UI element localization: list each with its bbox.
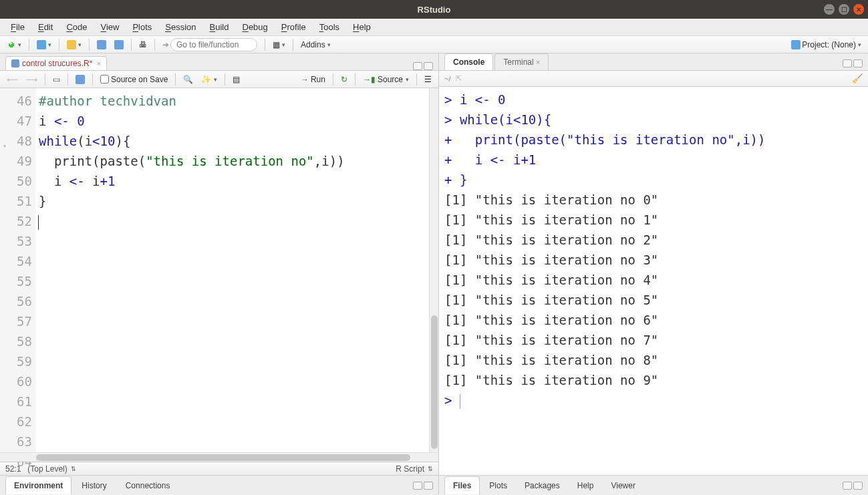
disk-icon bbox=[114, 40, 124, 49]
editor-status-bar: 52:1 (Top Level) ⇅ R Script ⇅ bbox=[0, 462, 438, 475]
grid-button[interactable]: ▦▾ bbox=[270, 39, 288, 51]
minimize-pane-button[interactable] bbox=[413, 62, 422, 70]
source-on-save[interactable]: Source on Save bbox=[98, 73, 170, 86]
outline-icon: ☰ bbox=[424, 75, 432, 84]
minimize-button[interactable]: — bbox=[824, 4, 835, 15]
source-on-save-checkbox[interactable] bbox=[100, 75, 109, 84]
vertical-scrollbar[interactable] bbox=[429, 88, 438, 452]
main-area: control strucures.R* × ⟵ ⟶ ▭ Source on S… bbox=[0, 53, 868, 495]
menu-code[interactable]: Code bbox=[61, 20, 92, 34]
tab-console[interactable]: Console bbox=[444, 53, 493, 70]
maximize-pane-button[interactable] bbox=[424, 482, 433, 490]
outline-button[interactable]: ☰ bbox=[422, 73, 434, 86]
maximize-button[interactable]: ☐ bbox=[839, 4, 849, 15]
menu-profile[interactable]: Profile bbox=[276, 20, 311, 34]
filetype-dropdown[interactable]: R Script ⇅ bbox=[396, 464, 433, 474]
r-file-icon bbox=[11, 59, 19, 67]
menu-edit[interactable]: Edit bbox=[33, 20, 58, 34]
run-button[interactable]: →Run bbox=[298, 73, 328, 86]
new-file-button[interactable]: ▾ bbox=[4, 39, 24, 51]
save-all-button[interactable] bbox=[112, 39, 126, 51]
r-project-icon bbox=[791, 40, 801, 49]
search-icon: 🔍 bbox=[183, 75, 193, 84]
window-controls: — ☐ ✕ bbox=[824, 4, 864, 15]
tab-files[interactable]: Files bbox=[444, 476, 480, 494]
menu-debug[interactable]: Debug bbox=[237, 20, 273, 34]
minimize-pane-button[interactable] bbox=[843, 59, 852, 67]
back-button[interactable]: ⟵ bbox=[4, 73, 21, 86]
tab-plots[interactable]: Plots bbox=[481, 477, 515, 494]
scrollbar-thumb[interactable] bbox=[431, 315, 438, 449]
chevron-updown-icon: ⇅ bbox=[71, 466, 76, 472]
maximize-pane-button[interactable] bbox=[424, 62, 433, 70]
console-body[interactable]: > i <- 0> while(i<10){+ print(paste("thi… bbox=[439, 87, 868, 475]
menu-view[interactable]: View bbox=[95, 20, 124, 34]
menu-build[interactable]: Build bbox=[204, 20, 235, 34]
popout-icon[interactable]: ⇱ bbox=[456, 74, 462, 83]
menu-help[interactable]: Help bbox=[347, 20, 376, 34]
arrow-icon: ➔ bbox=[162, 40, 169, 49]
scrollbar-thumb-h[interactable] bbox=[36, 454, 410, 461]
console-pane: Console Terminal × ~/ ⇱ 🧹 > i <- 0> whil… bbox=[439, 53, 868, 475]
tab-packages[interactable]: Packages bbox=[517, 477, 568, 494]
file-tab-label: control strucures.R* bbox=[22, 59, 92, 68]
maximize-pane-button[interactable] bbox=[853, 59, 863, 67]
tab-history[interactable]: History bbox=[73, 476, 115, 495]
rerun-icon: ↻ bbox=[341, 75, 347, 84]
open-file-button[interactable]: ▾ bbox=[64, 39, 84, 51]
grid-icon: ▦ bbox=[273, 40, 280, 49]
close-icon[interactable]: × bbox=[536, 58, 540, 66]
source-icon: →▮ bbox=[363, 75, 376, 84]
clear-console-icon[interactable]: 🧹 bbox=[852, 73, 863, 84]
menu-tools[interactable]: Tools bbox=[314, 20, 345, 34]
save-source-button[interactable] bbox=[73, 73, 88, 86]
chevron-updown-icon: ⇅ bbox=[428, 466, 433, 472]
file-tab[interactable]: control strucures.R* × bbox=[5, 56, 107, 70]
print-button[interactable]: 🖶 bbox=[136, 39, 150, 51]
close-tab-icon[interactable]: × bbox=[96, 59, 100, 67]
menu-file[interactable]: File bbox=[5, 20, 30, 34]
menu-session[interactable]: Session bbox=[160, 20, 201, 34]
close-button[interactable]: ✕ bbox=[853, 4, 864, 15]
forward-button[interactable]: ⟶ bbox=[23, 73, 40, 86]
working-dir-label[interactable]: ~/ bbox=[444, 75, 450, 83]
disk-icon bbox=[97, 40, 106, 49]
wand-button[interactable]: ✨▾ bbox=[198, 73, 220, 86]
window-icon: ▭ bbox=[53, 75, 60, 84]
minimize-pane-button[interactable] bbox=[413, 482, 422, 490]
tab-connections[interactable]: Connections bbox=[117, 476, 179, 495]
addins-menu[interactable]: Addins ▾ bbox=[298, 39, 333, 51]
tab-environment[interactable]: Environment bbox=[5, 476, 71, 494]
plus-icon bbox=[7, 40, 16, 49]
maximize-pane-button[interactable] bbox=[853, 482, 863, 490]
r-icon bbox=[37, 40, 46, 49]
scope-dropdown[interactable]: (Top Level) ⇅ bbox=[27, 464, 76, 474]
tab-help[interactable]: Help bbox=[569, 477, 602, 494]
right-bottom-tabs: FilesPlotsPackagesHelpViewer bbox=[439, 475, 868, 495]
show-in-new-window-button[interactable]: ▭ bbox=[50, 73, 63, 86]
horizontal-scrollbar[interactable] bbox=[0, 452, 438, 462]
code-area[interactable]: #author techvidvani <- 0while(i<10){ pri… bbox=[36, 88, 438, 452]
source-button[interactable]: →▮Source▾ bbox=[360, 73, 412, 86]
menu-bar: FileEditCodeViewPlotsSessionBuildDebugPr… bbox=[0, 19, 868, 36]
tab-terminal[interactable]: Terminal × bbox=[494, 53, 549, 70]
new-project-button[interactable]: ▾ bbox=[34, 39, 54, 51]
console-terminal-tabs: Console Terminal × bbox=[439, 53, 868, 71]
wand-icon: ✨ bbox=[201, 75, 211, 84]
save-button[interactable] bbox=[94, 39, 109, 51]
main-toolbar: ▾ ▾ ▾ 🖶 ➔ ▦▾ Addins ▾ Project: (None) ▾ bbox=[0, 36, 868, 53]
editor-toolbar: ⟵ ⟶ ▭ Source on Save 🔍 ✨▾ ▤ →Run ↻ →▮Sou… bbox=[0, 71, 438, 88]
goto-file[interactable]: ➔ bbox=[160, 37, 260, 53]
tab-viewer[interactable]: Viewer bbox=[603, 477, 643, 494]
minimize-pane-button[interactable] bbox=[843, 482, 852, 490]
find-button[interactable]: 🔍 bbox=[180, 73, 196, 86]
menu-plots[interactable]: Plots bbox=[127, 20, 157, 34]
compile-button[interactable]: ▤ bbox=[230, 73, 243, 86]
arrow-right-icon: ⟶ bbox=[26, 75, 37, 84]
goto-file-input[interactable] bbox=[170, 38, 257, 51]
rerun-button[interactable]: ↻ bbox=[338, 73, 350, 86]
print-icon: 🖶 bbox=[139, 40, 147, 49]
editor-area[interactable]: 464748▾49505152535455565758596061626364 … bbox=[0, 88, 438, 452]
project-menu[interactable]: Project: (None) ▾ bbox=[788, 39, 864, 51]
disk-icon bbox=[76, 75, 85, 84]
